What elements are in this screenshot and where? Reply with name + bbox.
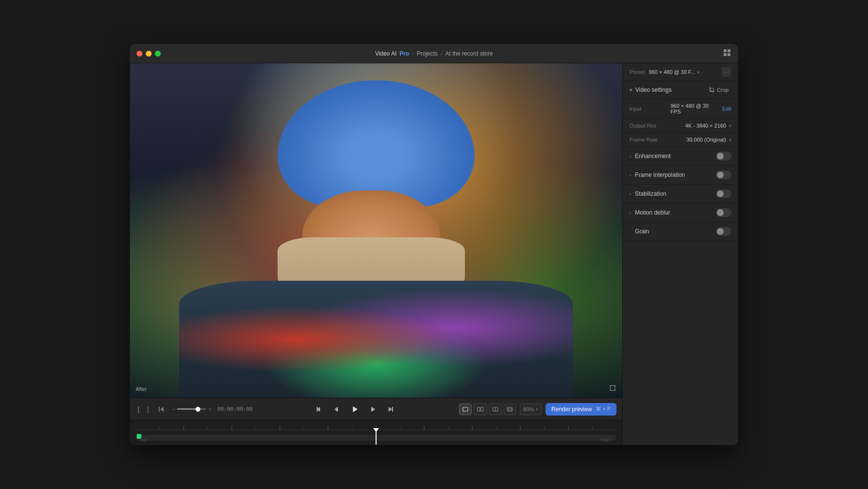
enhancement-chevron-icon[interactable]: › — [630, 154, 631, 159]
video-settings-chevron-icon[interactable]: ▾ — [630, 87, 632, 93]
input-edit-button[interactable]: Edit — [722, 106, 731, 112]
fullscreen-button[interactable] — [607, 382, 618, 394]
svg-rect-1 — [728, 49, 730, 52]
frame-rate-value: 30.000 (Original) ▾ — [671, 137, 731, 143]
view-options — [459, 403, 516, 415]
grid-icon[interactable] — [723, 48, 731, 58]
breadcrumb-sep2: › — [441, 51, 443, 57]
svg-rect-3 — [728, 53, 730, 56]
render-preview-button[interactable]: Render preview ⌘ + P — [546, 403, 616, 416]
prev-frame-button[interactable] — [312, 403, 326, 416]
svg-rect-7 — [463, 407, 468, 411]
bracket-in-button[interactable]: [ — [136, 404, 141, 414]
volume-minus-icon: − — [172, 406, 175, 413]
split-view-button[interactable] — [474, 403, 487, 415]
app-window: Video AI Pro › Projects › At the record … — [130, 44, 738, 445]
frame-interpolation-toggle[interactable] — [716, 171, 731, 179]
enhancement-row: › Enhancement — [623, 147, 738, 166]
timecode-display: 00:00:00:00 — [217, 406, 252, 412]
right-panel: Preset 960 × 480 @ 30 F... ▾ ··· ▾ Video… — [622, 63, 738, 445]
main-content: After [ ] — [130, 63, 738, 445]
shirt-shape — [179, 281, 573, 398]
hat-shape — [278, 80, 475, 207]
motion-deblur-label: Motion deblur — [635, 209, 716, 216]
maximize-button[interactable] — [155, 51, 161, 57]
enhancement-toggle[interactable] — [716, 152, 731, 160]
playhead-triangle — [373, 428, 379, 432]
grain-toggle[interactable] — [716, 227, 731, 236]
video-canvas: After — [130, 63, 622, 398]
crop-label: Crop — [717, 87, 728, 93]
zoom-control[interactable]: 80% ▾ — [520, 403, 542, 415]
overlay-view-button[interactable] — [504, 403, 516, 415]
crop-button[interactable]: Crop — [706, 86, 731, 94]
motion-deblur-chevron-icon[interactable]: › — [630, 210, 631, 216]
frame-rate-row: Frame Rate 30.000 (Original) ▾ — [623, 133, 738, 147]
preset-more-button[interactable]: ··· — [722, 67, 731, 77]
motion-deblur-toggle[interactable] — [716, 208, 731, 217]
svg-rect-9 — [481, 407, 483, 411]
volume-control[interactable]: − + — [172, 406, 211, 413]
input-value: 960 × 480 @ 30 FPS Edit — [671, 103, 731, 115]
svg-rect-2 — [724, 53, 727, 56]
timeline-end-label: F347 — [601, 438, 611, 443]
timeline-in-marker[interactable] — [137, 434, 141, 439]
timeline-playhead[interactable] — [376, 431, 377, 445]
step-back-button[interactable] — [330, 403, 343, 416]
output-res-chevron-icon[interactable]: ▾ — [729, 123, 731, 129]
title-bar-right — [723, 48, 731, 58]
preset-value: 960 × 480 @ 30 F... ▾ — [649, 69, 718, 75]
svg-rect-4 — [159, 407, 160, 412]
single-view-button[interactable] — [459, 403, 472, 415]
frame-interpolation-chevron-icon[interactable]: › — [630, 173, 631, 178]
frame-rate-chevron-icon[interactable]: ▾ — [729, 137, 731, 143]
svg-rect-13 — [508, 408, 511, 410]
breadcrumb-project[interactable]: At the record store — [445, 50, 493, 57]
stabilization-label: Stabilization — [635, 190, 716, 197]
app-name: Video AI — [375, 50, 396, 57]
app-pro-label: Pro — [400, 50, 409, 57]
svg-rect-6 — [392, 407, 393, 412]
breadcrumb-projects[interactable]: Projects — [417, 50, 437, 57]
output-res-value: 4K - 3840 × 2160 ▾ — [671, 123, 731, 129]
output-res-label: Output Res — [630, 123, 671, 129]
grain-label: Grain — [635, 228, 716, 235]
step-forward-button[interactable] — [366, 403, 380, 416]
volume-plus-icon: + — [208, 406, 211, 413]
stabilization-toggle[interactable] — [716, 189, 731, 198]
video-frame — [130, 63, 622, 398]
bracket-out-button[interactable]: ] — [145, 404, 151, 414]
play-button[interactable] — [347, 402, 363, 417]
zoom-value: 80% — [523, 406, 534, 412]
preset-label: Preset — [630, 69, 645, 75]
next-frame-button[interactable] — [384, 403, 397, 416]
skip-to-start-button[interactable] — [154, 403, 168, 416]
close-button[interactable] — [137, 51, 142, 57]
timeline-area: F0 F347 — [130, 420, 622, 445]
preset-row: Preset 960 × 480 @ 30 F... ▾ ··· — [623, 63, 738, 81]
video-after-label: After — [136, 386, 147, 392]
zoom-chevron-icon: ▾ — [536, 407, 538, 412]
output-res-row: Output Res 4K - 3840 × 2160 ▾ — [623, 119, 738, 133]
video-settings-label: Video settings — [635, 86, 706, 93]
title-bar: Video AI Pro › Projects › At the record … — [130, 44, 738, 63]
breadcrumb-sep1: › — [412, 51, 414, 57]
input-label: Input — [630, 106, 671, 112]
volume-slider[interactable] — [177, 408, 206, 410]
render-label: Render preview — [551, 406, 592, 413]
timeline-track-row: F0 F347 — [136, 431, 616, 445]
video-settings-header: ▾ Video settings Crop — [623, 81, 738, 99]
timeline-start-label: F0 — [141, 438, 147, 443]
frame-interpolation-row: › Frame interpolation — [623, 166, 738, 185]
svg-rect-0 — [724, 49, 727, 52]
minimize-button[interactable] — [146, 51, 152, 57]
frame-rate-label: Frame Rate — [630, 137, 671, 143]
render-shortcut: ⌘ + P — [596, 406, 611, 412]
compare-view-button[interactable] — [489, 403, 502, 415]
svg-rect-8 — [477, 407, 480, 411]
preset-chevron-icon: ▾ — [697, 70, 700, 75]
video-area: After [ ] — [130, 63, 622, 445]
stabilization-chevron-icon[interactable]: › — [630, 191, 631, 197]
motion-deblur-row: › Motion deblur — [623, 203, 738, 222]
frame-interpolation-label: Frame interpolation — [635, 172, 716, 178]
